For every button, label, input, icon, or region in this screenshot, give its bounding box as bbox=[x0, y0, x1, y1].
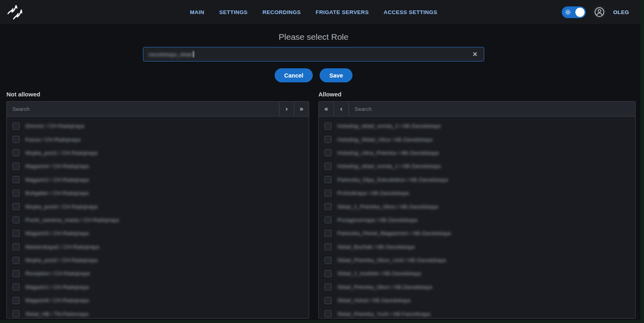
item-label: Post4_zamena_masla / CH-Radujnaya bbox=[25, 217, 119, 223]
list-item[interactable]: Sklad_Priemka_Okon_Uzel / AB-Zavodskaya bbox=[319, 253, 635, 267]
list-item[interactable]: Parkovka_Dlya_Sotrudnikov / AB-Zavodskay… bbox=[319, 173, 635, 186]
list-item[interactable]: Holodnyj_Sklad_Ulica / AB-Zavodskaya bbox=[319, 133, 635, 146]
item-checkbox[interactable] bbox=[324, 176, 332, 183]
item-checkbox[interactable] bbox=[12, 136, 20, 143]
item-label: Sklad_Priemka_Okon / AB-Zavodskaya bbox=[337, 284, 432, 290]
item-checkbox[interactable] bbox=[12, 297, 20, 304]
item-checkbox[interactable] bbox=[12, 163, 20, 170]
item-checkbox[interactable] bbox=[324, 230, 332, 237]
list-item[interactable]: Sklad_Buchab / AB-Zavodskaya bbox=[319, 240, 635, 253]
list-item[interactable]: Moyka_post2 / CH-Radujnaya bbox=[7, 253, 309, 267]
list-item[interactable]: Post4_zamena_masla / CH-Radujnaya bbox=[7, 213, 309, 227]
item-checkbox[interactable] bbox=[12, 149, 20, 156]
move-all-left-icon[interactable]: « bbox=[319, 102, 334, 116]
list-item[interactable]: Sklad_2_hozblok / AB-Zavodskaya bbox=[319, 267, 635, 280]
topbar: MAIN SETTINGS RECORDINGS FRIGATE SERVERS… bbox=[0, 0, 640, 24]
nav-settings[interactable]: SETTINGS bbox=[219, 9, 248, 15]
user-avatar-icon[interactable] bbox=[593, 6, 606, 18]
item-checkbox[interactable] bbox=[12, 176, 20, 183]
list-item[interactable]: Magazin2 / CH-Radujnaya bbox=[7, 173, 309, 186]
item-checkbox[interactable] bbox=[12, 190, 20, 197]
item-checkbox[interactable] bbox=[324, 163, 332, 170]
item-label: Holodnyj_sklad_vorota_2 / AB-Zavodskaya bbox=[337, 123, 440, 129]
item-checkbox[interactable] bbox=[324, 123, 332, 130]
list-item[interactable]: Magazin8 / CH-Radujnaya bbox=[7, 294, 309, 307]
not-allowed-search-row: › » bbox=[7, 102, 309, 117]
item-label: Sklad_HB / TN-Parkovaya bbox=[25, 311, 88, 317]
item-checkbox[interactable] bbox=[12, 123, 20, 130]
item-checkbox[interactable] bbox=[324, 243, 332, 250]
item-checkbox[interactable] bbox=[324, 190, 332, 197]
allowed-list: Holodnyj_sklad_vorota_2 / AB-Zavodskaya … bbox=[319, 117, 635, 318]
item-checkbox[interactable] bbox=[324, 270, 332, 277]
item-label: Magazin1 / CH-Radujnaya bbox=[25, 284, 89, 290]
item-checkbox[interactable] bbox=[12, 216, 20, 223]
list-item[interactable]: Sklad_Holod / AB-Zavodskaya bbox=[319, 294, 635, 307]
item-checkbox[interactable] bbox=[12, 230, 20, 237]
list-item[interactable]: Moyka_post1 / CH-Radujnaya bbox=[7, 146, 309, 159]
move-right-icon[interactable]: › bbox=[279, 102, 294, 116]
move-left-icon[interactable]: ‹ bbox=[334, 102, 348, 116]
user-name[interactable]: OLEG bbox=[613, 9, 629, 15]
item-checkbox[interactable] bbox=[12, 270, 20, 277]
item-label: Parkovka_Pered_Magazinom / AB-Zavodskaya bbox=[337, 230, 451, 236]
list-item[interactable]: Director / CH-Radujnaya bbox=[7, 119, 309, 133]
horizontal-scrollbar[interactable] bbox=[0, 320, 644, 323]
action-buttons: Cancel Save bbox=[0, 68, 627, 82]
list-item[interactable]: Prohodnaya / AB-Zavodskaya bbox=[319, 186, 635, 200]
list-item[interactable]: Moyka_post4 / CH-Radujnaya bbox=[7, 200, 309, 213]
item-checkbox[interactable] bbox=[324, 257, 332, 264]
item-checkbox[interactable] bbox=[12, 243, 20, 250]
list-item[interactable]: Sklad_2_Priemka_Okno / AB-Zavodskaya bbox=[319, 200, 635, 213]
list-item[interactable]: Kassa / CH-Radujnaya bbox=[7, 133, 309, 146]
list-item[interactable]: Holodnyj_Ulica_Priemka / AB-Zavodskaya bbox=[319, 146, 635, 159]
not-allowed-search-input[interactable] bbox=[7, 102, 279, 116]
list-item[interactable]: Masterskaya2 / CH-Radujnaya bbox=[7, 240, 309, 253]
item-label: Holodnyj_sklad_vorota_1 / AB-Zavodskaya bbox=[337, 163, 440, 169]
allowed-search-input[interactable] bbox=[348, 102, 635, 116]
item-checkbox[interactable] bbox=[12, 283, 20, 290]
list-item[interactable]: Buhgalter / CH-Radujnaya bbox=[7, 186, 309, 200]
item-label: Prohodnaya / AB-Zavodskaya bbox=[337, 190, 409, 196]
vertical-scrollbar[interactable] bbox=[640, 0, 644, 323]
role-input[interactable]: zavodskaya_sklad ✕ bbox=[143, 47, 484, 61]
nav-recordings[interactable]: RECORDINGS bbox=[263, 9, 301, 15]
item-checkbox[interactable] bbox=[324, 310, 332, 317]
item-checkbox[interactable] bbox=[324, 136, 332, 143]
item-checkbox[interactable] bbox=[12, 203, 20, 210]
theme-toggle[interactable] bbox=[562, 6, 586, 18]
list-item[interactable]: Holodnyj_sklad_vorota_2 / AB-Zavodskaya bbox=[319, 119, 635, 133]
list-item[interactable]: Magazin4 / CH-Radujnaya bbox=[7, 159, 309, 173]
item-checkbox[interactable] bbox=[12, 310, 20, 317]
list-item[interactable]: Sklad_Priemka_Yuzh / AB-Favoritnaya bbox=[319, 307, 635, 318]
list-item[interactable]: Sklad_Priemka_Okon / AB-Zavodskaya bbox=[319, 280, 635, 294]
list-item[interactable]: Magazin1 / CH-Radujnaya bbox=[7, 280, 309, 294]
item-label: Masterskaya2 / CH-Radujnaya bbox=[25, 244, 99, 250]
item-checkbox[interactable] bbox=[324, 203, 332, 210]
list-item[interactable]: Magazin5 / CH-Radujnaya bbox=[7, 227, 309, 240]
item-label: Director / CH-Radujnaya bbox=[25, 123, 84, 129]
item-label: Magazin2 / CH-Radujnaya bbox=[25, 177, 89, 183]
list-item[interactable]: Sklad_HB / TN-Parkovaya bbox=[7, 307, 309, 318]
list-item[interactable]: Reception / CH-Radujnaya bbox=[7, 267, 309, 280]
list-item[interactable]: Pozagovornaya / AB-Zavodskaya bbox=[319, 213, 635, 227]
not-allowed-title: Not allowed bbox=[6, 91, 40, 98]
item-checkbox[interactable] bbox=[324, 149, 332, 156]
role-input-value: zavodskaya_sklad bbox=[148, 51, 192, 57]
item-label: Moyka_post2 / CH-Radujnaya bbox=[25, 257, 98, 263]
item-checkbox[interactable] bbox=[324, 283, 332, 290]
item-checkbox[interactable] bbox=[324, 216, 332, 223]
clear-input-icon[interactable]: ✕ bbox=[469, 47, 481, 61]
nav-main[interactable]: MAIN bbox=[190, 9, 204, 15]
list-item[interactable]: Parkovka_Pered_Magazinom / AB-Zavodskaya bbox=[319, 227, 635, 240]
item-label: Moyka_post1 / CH-Radujnaya bbox=[25, 150, 98, 156]
nav-access-settings[interactable]: ACCESS SETTINGS bbox=[384, 9, 438, 15]
list-item[interactable]: Holodnyj_sklad_vorota_1 / AB-Zavodskaya bbox=[319, 159, 635, 173]
item-label: Sklad_2_hozblok / AB-Zavodskaya bbox=[337, 270, 421, 276]
item-checkbox[interactable] bbox=[324, 297, 332, 304]
save-button[interactable]: Save bbox=[320, 68, 353, 82]
item-checkbox[interactable] bbox=[12, 257, 20, 264]
nav-frigate-servers[interactable]: FRIGATE SERVERS bbox=[316, 9, 369, 15]
cancel-button[interactable]: Cancel bbox=[275, 68, 313, 82]
move-all-right-icon[interactable]: » bbox=[294, 102, 309, 116]
